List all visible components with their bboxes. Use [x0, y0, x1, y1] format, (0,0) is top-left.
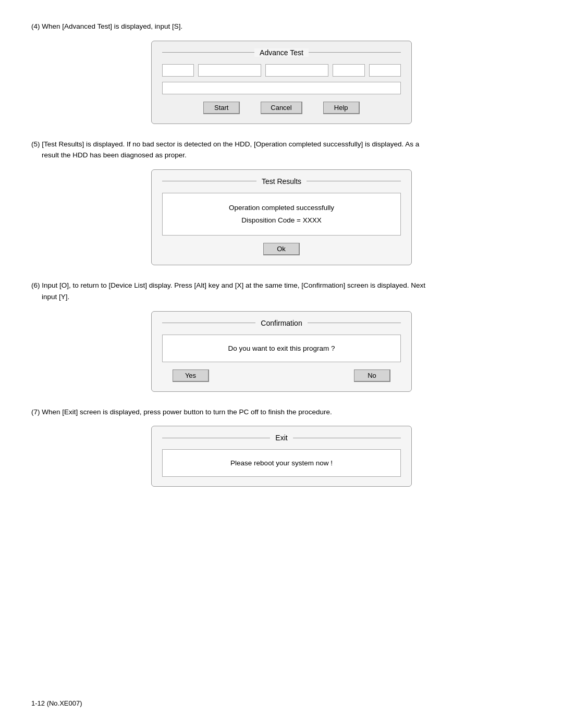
advance-test-input-2[interactable]	[198, 64, 261, 77]
test-results-dialog-wrapper: Test Results Operation completed success…	[31, 169, 532, 266]
advance-test-input-3[interactable]	[265, 64, 328, 77]
confirmation-dialog: Confirmation Do you want to exit this pr…	[151, 311, 412, 392]
advance-test-cancel-button[interactable]: Cancel	[261, 102, 302, 114]
exit-dialog: Exit Please reboot your system now !	[151, 426, 412, 487]
step5-text: (5) [Test Results] is displayed. If no b…	[31, 139, 532, 161]
footer-text: 1-12 (No.XE007)	[31, 699, 82, 707]
confirmation-dialog-wrapper: Confirmation Do you want to exit this pr…	[31, 311, 532, 392]
test-results-line1: Operation completed successfully	[171, 202, 392, 214]
exit-dialog-wrapper: Exit Please reboot your system now !	[31, 426, 532, 487]
advance-test-dialog-wrapper: Advance Test Start Cancel Help	[31, 41, 532, 124]
advance-test-input-row1	[162, 64, 401, 77]
advance-test-input-5[interactable]	[369, 64, 401, 77]
advance-test-wide-input[interactable]	[162, 82, 401, 94]
test-results-line2: Disposition Code = XXXX	[171, 214, 392, 227]
advance-test-start-button[interactable]: Start	[203, 102, 240, 114]
advance-test-buttons: Start Cancel Help	[162, 102, 401, 114]
step6-text: (6) Input [O], to return to [Device List…	[31, 280, 532, 302]
advance-test-input-1[interactable]	[162, 64, 194, 77]
confirmation-content: Do you want to exit this program ?	[162, 335, 401, 362]
step7-text: (7) When [Exit] screen is displayed, pre…	[31, 406, 532, 418]
advance-test-help-button[interactable]: Help	[323, 102, 360, 114]
test-results-ok-button[interactable]: Ok	[263, 243, 300, 255]
exit-message: Please reboot your system now !	[172, 459, 391, 467]
step4-text: (4) When [Advanced Test] is displayed, i…	[31, 21, 532, 32]
confirmation-message: Do you want to exit this program ?	[172, 344, 391, 352]
confirmation-no-button[interactable]: No	[354, 369, 390, 382]
exit-content: Please reboot your system now !	[162, 449, 401, 477]
exit-title: Exit	[270, 434, 292, 442]
confirmation-yes-button[interactable]: Yes	[173, 369, 209, 382]
test-results-title: Test Results	[256, 177, 307, 186]
test-results-dialog: Test Results Operation completed success…	[151, 169, 412, 266]
confirmation-title: Confirmation	[255, 319, 307, 327]
advance-test-dialog: Advance Test Start Cancel Help	[151, 41, 412, 124]
test-results-buttons: Ok	[162, 243, 401, 255]
confirmation-buttons: Yes No	[162, 369, 401, 382]
advance-test-title: Advance Test	[254, 48, 309, 57]
test-results-content: Operation completed successfully Disposi…	[162, 193, 401, 236]
advance-test-input-4[interactable]	[333, 64, 364, 77]
